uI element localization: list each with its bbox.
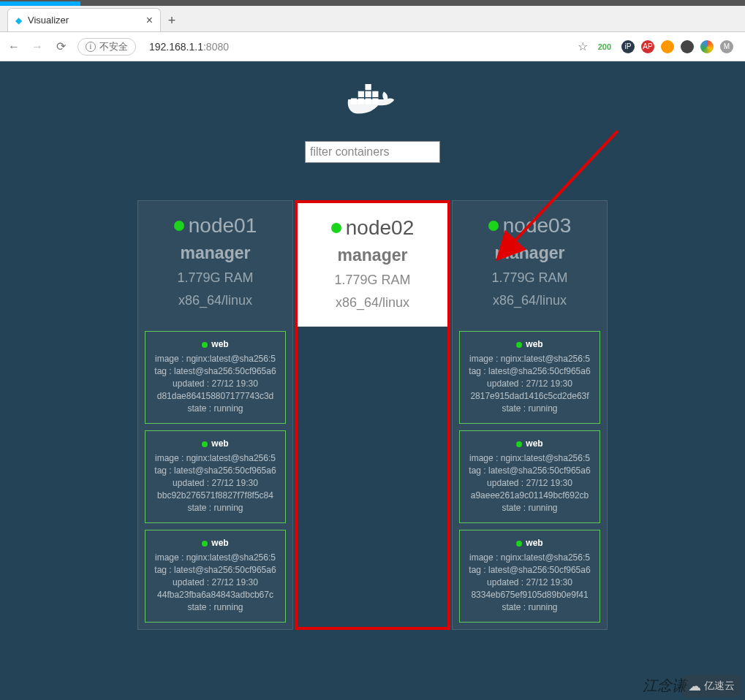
back-button[interactable]: ← <box>7 40 20 53</box>
service-image: image : nginx:latest@sha256:5 <box>145 552 285 563</box>
service-image: image : nginx:latest@sha256:5 <box>460 552 600 563</box>
ext-abp-icon[interactable]: AP <box>641 40 654 53</box>
service-card[interactable]: webimage : nginx:latest@sha256:5tag : la… <box>459 331 600 424</box>
node-role: manager <box>144 243 287 263</box>
service-updated: updated : 27/12 19:30 <box>145 577 285 587</box>
service-tag: tag : latest@sha256:50cf965a6 <box>460 366 600 376</box>
node-title: node01 <box>144 214 287 237</box>
service-state: state : running <box>145 602 285 612</box>
service-updated: updated : 27/12 19:30 <box>460 577 600 587</box>
url-host: 192.168.1.1 <box>149 41 203 53</box>
service-image: image : nginx:latest@sha256:5 <box>460 453 600 463</box>
new-tab-button[interactable]: + <box>161 13 183 31</box>
service-name: web <box>145 538 285 548</box>
status-dot-icon <box>516 441 522 447</box>
forward-button[interactable]: → <box>31 40 44 53</box>
extensions: iP AP M <box>621 40 733 53</box>
security-chip[interactable]: i 不安全 <box>77 38 136 56</box>
filter-input[interactable] <box>305 141 440 163</box>
watermark-text: 江念谦 <box>643 676 687 696</box>
service-card[interactable]: webimage : nginx:latest@sha256:5tag : la… <box>145 530 286 623</box>
status-dot-icon <box>202 541 208 547</box>
node-column: node01manager1.779G RAMx86_64/linuxwebim… <box>137 200 293 630</box>
reload-button[interactable]: ⟳ <box>54 39 67 53</box>
service-state: state : running <box>460 503 600 513</box>
node-header: node01manager1.779G RAMx86_64/linux <box>138 201 292 324</box>
node-arch: x86_64/linux <box>458 293 601 308</box>
status-dot-icon <box>331 223 341 233</box>
service-tag: tag : latest@sha256:50cf965a6 <box>145 465 285 476</box>
status-dot-icon <box>516 342 522 348</box>
service-name: web <box>145 438 285 449</box>
tab-bar: ◆ Visualizer × + <box>0 6 745 32</box>
browser-tab[interactable]: ◆ Visualizer × <box>7 8 161 31</box>
ext-dark-icon[interactable] <box>681 40 694 53</box>
service-id: 44fba23fba6a84843adbcb67c <box>145 590 285 600</box>
status-dot-icon <box>202 342 208 348</box>
close-tab-icon[interactable]: × <box>146 14 153 27</box>
ext-chrome-icon[interactable] <box>700 40 714 53</box>
service-name: web <box>460 538 600 548</box>
service-card[interactable]: webimage : nginx:latest@sha256:5tag : la… <box>145 331 286 424</box>
url-port: :8080 <box>203 41 229 53</box>
ext-ip-icon[interactable]: iP <box>621 40 635 53</box>
node-ram: 1.779G RAM <box>303 273 442 288</box>
service-state: state : running <box>145 503 285 513</box>
docker-favicon-icon: ◆ <box>15 15 22 26</box>
url-display[interactable]: 192.168.1.1:8080 <box>146 41 567 53</box>
nodes-row: node01manager1.779G RAMx86_64/linuxwebim… <box>0 200 745 630</box>
service-updated: updated : 27/12 19:30 <box>145 378 285 389</box>
watermark-brand-label: 亿速云 <box>704 680 735 693</box>
service-image: image : nginx:latest@sha256:5 <box>145 453 285 463</box>
node-arch: x86_64/linux <box>144 293 287 308</box>
node-role: manager <box>458 243 601 263</box>
info-icon: i <box>86 42 96 52</box>
status-dot-icon <box>488 221 499 231</box>
insecure-label: 不安全 <box>99 40 128 53</box>
ext-orange-icon[interactable] <box>661 40 674 53</box>
service-id: a9aeee261a9c01149bcf692cb <box>460 490 600 501</box>
node-column: node03manager1.779G RAMx86_64/linuxwebim… <box>452 200 608 630</box>
status-badge: 200 <box>598 42 611 51</box>
status-dot-icon <box>516 541 522 547</box>
service-id: bbc92b276571f8827f7f8f5c84 <box>145 490 285 501</box>
svg-rect-4 <box>358 91 363 97</box>
service-tag: tag : latest@sha256:50cf965a6 <box>145 366 285 376</box>
svg-rect-6 <box>372 91 378 97</box>
service-tag: tag : latest@sha256:50cf965a6 <box>460 465 600 476</box>
node-header: node02manager1.779G RAMx86_64/linux <box>298 203 447 327</box>
service-id: d81dae864158807177743c3d <box>145 391 285 401</box>
address-bar: ← → ⟳ i 不安全 192.168.1.1:8080 ☆ 200 iP AP… <box>0 32 745 61</box>
service-name: web <box>460 339 600 349</box>
status-dot-icon <box>174 221 184 231</box>
service-id: 2817e915dad1416c5cd2de63f <box>460 391 600 401</box>
service-card[interactable]: webimage : nginx:latest@sha256:5tag : la… <box>459 430 600 523</box>
visualizer-app: node01manager1.779G RAMx86_64/linuxwebim… <box>0 61 745 700</box>
service-name: web <box>145 339 285 349</box>
window-top-strip <box>0 0 745 6</box>
service-card[interactable]: webimage : nginx:latest@sha256:5tag : la… <box>145 430 286 523</box>
ext-grey-icon[interactable]: M <box>720 40 733 53</box>
node-ram: 1.779G RAM <box>458 270 601 286</box>
service-state: state : running <box>460 602 600 612</box>
docker-logo-icon <box>340 80 406 126</box>
service-updated: updated : 27/12 19:30 <box>145 478 285 488</box>
node-column: node02manager1.779G RAMx86_64/linux <box>295 200 450 630</box>
service-state: state : running <box>460 403 600 414</box>
node-title: node02 <box>303 216 442 240</box>
cloud-icon: ☁ <box>688 678 701 694</box>
svg-rect-7 <box>365 84 371 90</box>
service-image: image : nginx:latest@sha256:5 <box>145 354 285 364</box>
logo-wrap <box>0 80 745 126</box>
node-title: node03 <box>458 214 601 237</box>
service-tag: tag : latest@sha256:50cf965a6 <box>145 565 285 575</box>
service-image: image : nginx:latest@sha256:5 <box>460 354 600 364</box>
node-role: manager <box>303 246 442 265</box>
node-ram: 1.779G RAM <box>144 270 287 286</box>
service-card[interactable]: webimage : nginx:latest@sha256:5tag : la… <box>459 530 600 623</box>
tab-title: Visualizer <box>28 15 140 26</box>
service-state: state : running <box>145 403 285 414</box>
service-tag: tag : latest@sha256:50cf965a6 <box>460 565 600 575</box>
bookmark-icon[interactable]: ☆ <box>578 39 588 53</box>
watermark-brand: ☁ 亿速云 <box>682 675 741 697</box>
